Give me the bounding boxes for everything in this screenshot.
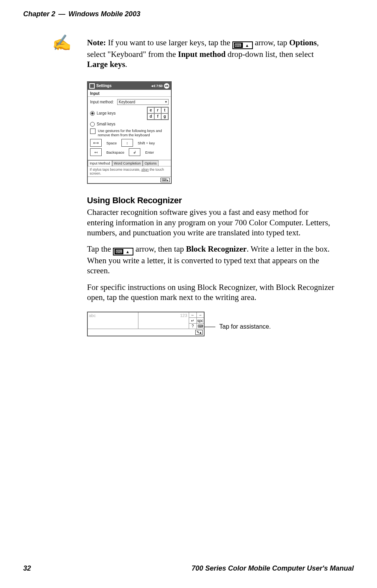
key-size-preview: e r t d f g xyxy=(147,107,169,120)
side-right-icon[interactable]: → xyxy=(197,312,204,317)
page: Chapter 2 — Windows Mobile 2003 ✍ Note: … xyxy=(0,0,377,588)
section-p2: Tap the ⌨▴ arrow, then tap Block Recogni… xyxy=(87,244,334,276)
key-t: t xyxy=(161,107,168,113)
key-e: e xyxy=(147,107,154,113)
section-heading: Using Block Recognizer xyxy=(87,195,334,206)
note-text-1: If you want to use larger keys, tap the xyxy=(106,38,232,47)
input-method-combo[interactable]: Keyboard ▾ xyxy=(117,99,169,105)
header-dash: — xyxy=(58,10,65,18)
note-text-5: . xyxy=(125,60,127,69)
key-g: g xyxy=(161,113,168,120)
content-column: ✍ Note: If you want to use larger keys, … xyxy=(87,38,334,336)
titlebar-status: ◄€ 7:50 xyxy=(150,84,162,88)
radio-small-label: Small keys xyxy=(97,122,115,126)
sip-bar: ⌨▴ xyxy=(88,177,171,183)
p2-a: Tap the xyxy=(87,244,113,254)
tab-input-method[interactable]: Input Method xyxy=(88,160,112,166)
help-text: If stylus taps become inaccurate, align … xyxy=(88,166,171,177)
side-left-icon[interactable]: ← xyxy=(189,312,197,317)
handwriting-note-icon: ✍ xyxy=(52,35,72,51)
pen-toggle[interactable]: ✎▴ xyxy=(195,330,203,335)
settings-body: Input method: Keyboard ▾ Large keys e r … xyxy=(88,97,171,159)
gestures-checkbox[interactable] xyxy=(90,129,96,134)
titlebar-title: Settings xyxy=(96,84,111,88)
note-input-method-word: Input method xyxy=(178,50,225,59)
callout-line xyxy=(205,327,215,327)
gesture-backspace-label: Backspace xyxy=(106,150,124,154)
help-align-link[interactable]: align xyxy=(142,168,149,171)
ok-button[interactable]: ok xyxy=(164,83,169,89)
tab-strip: Input Method Word Completion Options xyxy=(88,160,171,166)
input-method-label: Input method: xyxy=(90,100,117,104)
radio-large-label: Large keys xyxy=(97,111,116,115)
note-text-4: drop-down list, then select xyxy=(225,50,314,59)
settings-screenshot: Settings ◄€ 7:50 ok Input Input method: … xyxy=(87,81,172,184)
start-flag-icon xyxy=(89,83,95,89)
gesture-space-icon: ⟷ xyxy=(90,139,102,147)
side-buttons: ← → ↵ spc ? ⌨ xyxy=(189,312,204,329)
writing-area[interactable]: abc 123 xyxy=(88,312,189,329)
sip-toggle[interactable]: ⌨▴ xyxy=(160,178,170,182)
num-hint: 123 xyxy=(180,313,187,318)
p2-b: arrow, then tap xyxy=(133,244,186,254)
key-r: r xyxy=(154,107,161,113)
gestures-label: Use gestures for the following keys and … xyxy=(98,129,169,137)
side-keyboard-icon[interactable]: ⌨ xyxy=(197,324,204,329)
running-footer: 32 700 Series Color Mobile Computer User… xyxy=(23,564,354,573)
header-title: Windows Mobile 2003 xyxy=(68,10,140,18)
p2-bold: Block Recognizer xyxy=(186,244,247,254)
tab-word-completion[interactable]: Word Completion xyxy=(112,160,143,166)
chevron-down-icon: ▾ xyxy=(165,100,167,104)
note-paragraph: Note: If you want to use larger keys, ta… xyxy=(87,38,334,70)
radio-large-keys[interactable] xyxy=(90,111,95,116)
sip-key-icon: ⌨▴ xyxy=(232,41,253,49)
tab-options[interactable]: Options xyxy=(143,160,159,166)
gesture-space-label: Space xyxy=(106,141,117,145)
abc-hint: abc xyxy=(89,313,96,318)
gesture-backspace-icon: ↤ xyxy=(90,148,102,156)
titlebar: Settings ◄€ 7:50 ok xyxy=(88,82,171,90)
section-p3: For specific instructions on using Block… xyxy=(87,282,334,303)
app-header: Input xyxy=(88,90,171,97)
gesture-shift-label: Shift + key xyxy=(138,141,155,145)
side-return-icon[interactable]: ↵ xyxy=(189,318,197,323)
note-block: ✍ Note: If you want to use larger keys, … xyxy=(87,38,334,70)
page-number: 32 xyxy=(23,564,31,573)
radio-small-keys[interactable] xyxy=(90,122,95,127)
note-prefix: Note: xyxy=(87,38,106,47)
note-options-word: Options xyxy=(289,38,317,47)
sip-key-icon-2: ⌨▴ xyxy=(113,248,133,255)
manual-title: 700 Series Color Mobile Computer User's … xyxy=(192,564,354,573)
running-header: Chapter 2 — Windows Mobile 2003 xyxy=(23,10,354,18)
gesture-enter-icon: ↲ xyxy=(129,148,140,156)
key-d: d xyxy=(147,113,154,120)
note-text-2: arrow, tap xyxy=(253,38,289,47)
key-f: f xyxy=(154,113,161,120)
side-space-icon[interactable]: spc xyxy=(197,318,204,323)
gesture-shift-icon: ↕ xyxy=(121,139,133,147)
block-recognizer-panel: abc 123 ← → ↵ spc ? xyxy=(87,312,205,336)
combo-value: Keyboard xyxy=(119,100,135,104)
side-help-icon[interactable]: ? xyxy=(189,324,197,329)
help-text-1: If stylus taps become inaccurate, xyxy=(90,168,142,171)
gesture-enter-label: Enter xyxy=(145,150,154,154)
assist-caption: Tap for assistance. xyxy=(219,323,271,330)
note-large-keys-word: Large keys xyxy=(87,60,125,69)
section-p1: Character recognition software gives you… xyxy=(87,207,334,238)
chapter-label: Chapter 2 xyxy=(23,10,55,18)
